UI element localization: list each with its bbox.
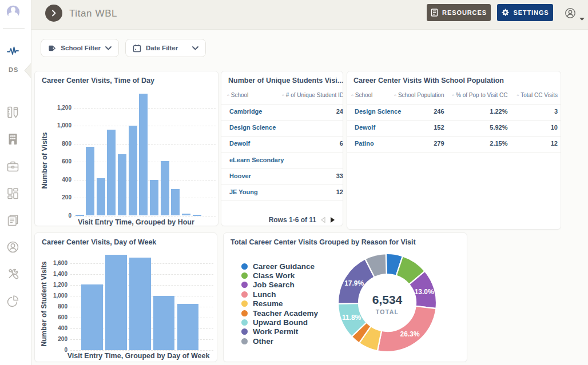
account-icon[interactable] <box>565 7 576 19</box>
design-tools-icon[interactable] <box>6 106 19 119</box>
bar[interactable] <box>177 304 198 350</box>
sidebar-divider <box>3 29 25 29</box>
school-name-link[interactable]: Dewolf <box>229 140 250 147</box>
y-tick-label: 200 <box>45 195 71 200</box>
unique-ids-value: 338 <box>278 173 343 179</box>
bar[interactable] <box>81 284 102 350</box>
slice-percent-label: 26.3% <box>400 330 420 338</box>
card-visits-day-of-week: Career Center Visits, Day of Week 020040… <box>34 232 217 362</box>
column-header[interactable]: ^Total CC Visits <box>489 92 558 98</box>
activity-pulse-icon[interactable] <box>6 45 19 58</box>
gridline <box>74 216 216 216</box>
bar[interactable] <box>107 130 116 215</box>
row-separator <box>221 184 343 184</box>
donut-center-total: 6,534 TOTAL <box>353 293 422 315</box>
bar[interactable] <box>129 126 137 215</box>
pagination: Rows 1-6 of 11 <box>269 216 335 224</box>
document-icon <box>431 9 438 17</box>
school-name-link[interactable]: Design Science <box>229 124 276 131</box>
bar[interactable] <box>150 180 158 216</box>
unique-ids-value: 241 <box>278 108 343 115</box>
total-cc-visits-value: 3 <box>489 108 558 115</box>
sort-caret-icon: ^ <box>282 93 284 98</box>
chevron-down-icon <box>105 45 112 51</box>
date-filter-label: Date Filter <box>146 45 178 51</box>
bar[interactable] <box>118 154 126 216</box>
school-name-link[interactable]: Patino <box>355 140 374 147</box>
y-axis-title: Number of Visits <box>41 103 49 218</box>
row-separator <box>221 152 343 153</box>
account-menu-caret-icon[interactable] <box>579 13 585 23</box>
card-visits-by-reason: Total Career Center Visits Grouped by Re… <box>223 232 467 362</box>
bar[interactable] <box>86 147 94 216</box>
school-population-value: 246 <box>376 108 444 115</box>
unique-ids-value: 4 <box>278 124 343 131</box>
total-label: TOTAL <box>353 308 422 315</box>
gear-icon <box>501 9 509 17</box>
sort-caret-icon: ^ <box>394 93 396 98</box>
card-unique-students: Number of Unique Students Visi... ^Schoo… <box>221 71 343 226</box>
bar[interactable] <box>76 215 84 216</box>
page-title: Titan WBL <box>69 8 117 19</box>
y-tick-label: 400 <box>45 177 71 183</box>
bar[interactable] <box>161 161 169 216</box>
school-building-icon[interactable] <box>6 133 19 146</box>
row-separator <box>221 104 343 105</box>
school-filter-dropdown[interactable]: School Filter <box>41 39 119 57</box>
x-axis-title: Visit Entry Time, Grouped by Day of Week <box>53 352 224 360</box>
row-separator <box>347 136 561 137</box>
card-title: Career Center Visits With School Populat… <box>353 77 504 85</box>
briefcase-icon[interactable] <box>6 160 19 173</box>
bar[interactable] <box>171 189 180 215</box>
slice-percent-label: 17.9% <box>344 279 364 287</box>
card-visits-time-of-day: Career Center Visits, Time of Day 020040… <box>34 71 218 226</box>
pagination-prev-icon[interactable] <box>321 217 325 223</box>
pagination-rows-label: Rows 1-6 of 11 <box>269 216 316 224</box>
date-filter-dropdown[interactable]: Date Filter <box>125 39 206 57</box>
resources-label: RESOURCES <box>442 9 487 16</box>
row-separator <box>221 136 343 137</box>
user-avatar-icon[interactable] <box>6 5 21 19</box>
school-name-link[interactable]: JE Young <box>229 188 258 195</box>
column-header[interactable]: ^# of Unique Student IDs <box>255 92 343 98</box>
school-name-link[interactable]: Dewolf <box>355 124 375 131</box>
y-tick-label: 800 <box>45 141 71 147</box>
documents-icon[interactable] <box>6 214 19 227</box>
card-school-population: Career Center Visits With School Populat… <box>347 71 561 230</box>
bar[interactable] <box>139 94 148 216</box>
sidebar-item-ds-active[interactable]: DS <box>9 66 18 73</box>
row-separator <box>221 120 343 121</box>
sort-caret-icon: ^ <box>452 93 454 98</box>
school-filter-label: School Filter <box>61 45 101 51</box>
total-cc-visits-value: 12 <box>489 140 558 147</box>
bar[interactable] <box>182 214 190 215</box>
sort-caret-icon: ^ <box>227 93 229 98</box>
school-population-value: 152 <box>376 124 444 131</box>
tools-icon[interactable] <box>6 267 19 280</box>
sort-caret-icon: ^ <box>351 93 353 98</box>
resources-button[interactable]: RESOURCES <box>427 4 491 21</box>
settings-button[interactable]: SETTINGS <box>497 4 553 21</box>
school-name-link[interactable]: Hoover <box>229 173 251 179</box>
dashboard-grid-icon[interactable] <box>6 187 19 200</box>
donut-chart: 13.0%26.3%11.8%17.9% <box>224 233 468 363</box>
unique-ids-value: 124 <box>278 188 343 195</box>
unique-ids-value: 7 <box>278 157 343 163</box>
total-cc-visits-value: 10 <box>489 124 558 131</box>
pagination-next-icon[interactable] <box>330 217 335 223</box>
nav-toggle-button[interactable] <box>45 5 62 22</box>
column-header-label: School <box>231 92 249 98</box>
school-name-link[interactable]: eLearn Secondary <box>229 157 284 163</box>
school-name-link[interactable]: Cambridge <box>229 108 262 115</box>
bar[interactable] <box>129 258 150 350</box>
profile-icon[interactable] <box>6 240 19 254</box>
bar[interactable] <box>97 178 105 216</box>
settings-label: SETTINGS <box>513 9 549 16</box>
card-title: Number of Unique Students Visi... <box>228 77 343 85</box>
bar[interactable] <box>153 296 174 350</box>
column-header-label: # of Unique Student IDs <box>286 92 343 98</box>
bar[interactable] <box>105 255 126 350</box>
pie-chart-icon[interactable] <box>6 294 19 307</box>
column-header[interactable]: ^School <box>227 92 248 98</box>
bar[interactable] <box>193 215 201 216</box>
